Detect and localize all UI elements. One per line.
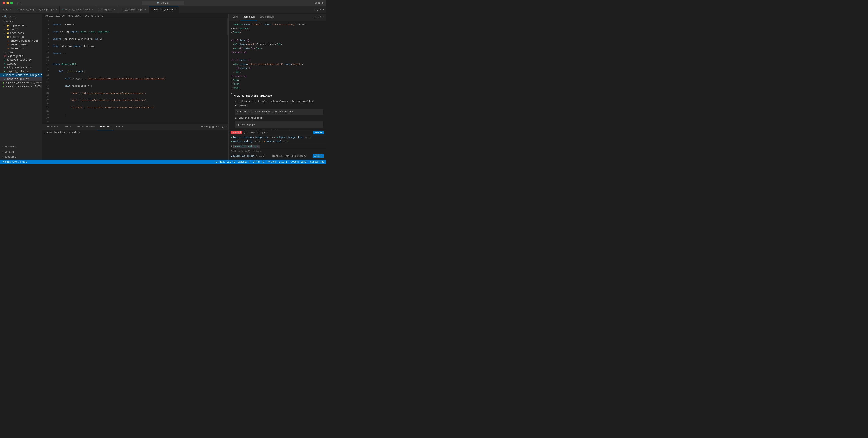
sidebar-item-xlsx1[interactable]: ▦ odpadove_hospodarstvi_00240079_2025012… — [0, 81, 42, 85]
tab-city-analysis[interactable]: city_analysis.py × — [118, 6, 149, 13]
sidebar-item-import-complete-budget[interactable]: ● import_complete_budget.py — [0, 73, 42, 77]
sidebar-item-monitor-api[interactable]: ● monitor_api.py — [0, 77, 42, 81]
branch-icon[interactable]: ⎇ — [8, 15, 11, 18]
maximize-button[interactable] — [10, 2, 13, 4]
split-terminal-icon[interactable]: ⊞ — [209, 125, 211, 129]
html-line: {% endif %} — [231, 51, 247, 54]
tab-bug-finder[interactable]: BUG FINDER — [257, 13, 276, 21]
new-chat-link[interactable]: Start new chat with summary — [272, 155, 306, 157]
status-notifications[interactable]: ⓪ 0 — [23, 160, 27, 164]
tab-close-icon[interactable]: × — [145, 9, 146, 11]
sidebar-item-gitignore[interactable]: ⎔ .gitignore — [0, 54, 42, 58]
tab-close-icon[interactable]: × — [114, 9, 115, 11]
status-line-ending[interactable]: LF — [262, 161, 265, 163]
trash-icon[interactable]: 🗑 — [212, 125, 215, 128]
layout2-icon[interactable]: ▣ — [318, 1, 320, 5]
sidebar-item-import-html[interactable]: ◈ import.html — [0, 43, 42, 47]
close-terminal-icon[interactable]: × — [225, 125, 227, 128]
sidebar-item-env[interactable]: ⚙ .env — [0, 51, 42, 54]
tab-output[interactable]: OUTPUT — [61, 124, 74, 130]
sidebar-item-analyze-waste[interactable]: ● analyze_waste.py — [0, 58, 42, 62]
tab-close-icon[interactable]: × — [56, 9, 57, 11]
sidebar-item-downloads[interactable]: › 📁 downloads — [0, 31, 42, 35]
code-content[interactable]: import requests from typing import Dict,… — [51, 18, 227, 124]
code-editor[interactable]: 12345 678910 1112131415 1617181920 21222… — [42, 18, 228, 124]
status-venv[interactable]: (.venv: venv) — [289, 161, 308, 163]
status-encoding[interactable]: UTF-8 — [253, 161, 260, 163]
tab-problems[interactable]: PROBLEMS — [44, 124, 61, 130]
add-icon[interactable]: + — [231, 145, 232, 148]
py-file-icon: ● — [3, 74, 4, 76]
settings-icon[interactable]: ⚙ — [322, 1, 323, 5]
tab-close-icon[interactable]: × — [175, 9, 176, 11]
sidebar-outline[interactable]: › OUTLINE — [0, 149, 42, 155]
tab-label: city_analysis.py — [121, 8, 143, 11]
sidebar-item-city-analysis[interactable]: ● city_analysis.py — [0, 66, 42, 70]
add-terminal-icon[interactable]: + — [206, 125, 208, 128]
tab-p-py[interactable]: p.py × — [0, 6, 14, 13]
chevron-sidebar-icon[interactable]: ⌄ — [15, 15, 17, 18]
collapse-icon[interactable]: ■ — [231, 92, 232, 96]
layout-sidebar-icon[interactable]: ⊞ — [12, 15, 14, 18]
nav-forward[interactable]: › — [20, 1, 22, 5]
layout-icon[interactable]: ⊞ — [315, 1, 317, 5]
tab-monitor-api[interactable]: ● monitor_api.py × — [149, 6, 179, 13]
close-right-panel-icon[interactable]: × — [322, 16, 324, 19]
status-line-col[interactable]: Ln 102, Col 42 — [215, 161, 235, 163]
status-spaces[interactable]: Spaces: 4 — [238, 161, 250, 163]
sidebar-section-odpady[interactable]: ▾ ODPADY — [0, 19, 42, 24]
more-icon[interactable]: ⌄ — [317, 8, 318, 11]
tab-debug-console[interactable]: DEBUG CONSOLE — [74, 124, 97, 130]
remove-tag-icon[interactable]: × — [257, 145, 259, 148]
sidebar-notepads[interactable]: › NOTEPADS — [0, 144, 42, 149]
tab-gitignore[interactable]: .gitignore × — [96, 6, 118, 13]
add-icon[interactable]: + — [314, 16, 316, 19]
ellipsis-icon[interactable]: ··· — [216, 125, 221, 128]
global-search[interactable]: 🔍 odpady — [142, 1, 184, 5]
composer-input-field[interactable] — [231, 150, 262, 153]
tab-icon: ● — [151, 9, 153, 11]
tab-close-icon[interactable]: × — [92, 9, 93, 11]
tab-chat[interactable]: CHAT — [230, 13, 241, 21]
html-line: <pre>{{ data }}</pre> — [231, 47, 262, 50]
copy-icon[interactable]: ⎘ — [2, 15, 3, 18]
chevron-up-icon[interactable]: ∧ — [222, 125, 224, 129]
run-icon[interactable]: ▷ — [314, 8, 316, 11]
minimap-thumb[interactable] — [227, 18, 228, 35]
tab-import-complete-budget[interactable]: ● import_complete_budget.py × — [14, 6, 60, 13]
tab-composer[interactable]: COMPOSER — [241, 13, 257, 21]
sidebar-item-index-html[interactable]: ◈ index.html — [0, 47, 42, 51]
titlebar-right: ⊞ ▣ ⚙ — [315, 1, 323, 5]
sidebar-item-templates[interactable]: ▾ 📁 templates — [0, 35, 42, 39]
sidebar-item-import-city[interactable]: ● import_city.py — [0, 70, 42, 73]
nav-back[interactable]: ‹ — [16, 1, 18, 5]
status-branch[interactable]: ⎇ main — [2, 161, 10, 163]
status-language[interactable]: Python — [268, 161, 276, 163]
settings-icon[interactable]: ⚙ — [320, 15, 321, 19]
tab-ports[interactable]: PORTS — [114, 124, 126, 130]
sidebar-item-app-py[interactable]: ● app.py — [0, 62, 42, 66]
status-errors[interactable]: ⓪ 0 △ 0 — [12, 160, 21, 164]
history-icon[interactable]: ↺ — [317, 15, 318, 19]
sidebar-item-venv[interactable]: › 📁 .venv — [0, 28, 42, 31]
tab-terminal[interactable]: TERMINAL — [97, 124, 114, 130]
search-sidebar-icon[interactable]: 🔍 — [4, 15, 7, 18]
sidebar-timeline[interactable]: › TIMELINE — [0, 155, 42, 160]
tab-import-budget-html[interactable]: ● import_budget.html × — [60, 6, 96, 13]
tab-close-icon[interactable]: × — [10, 9, 11, 11]
minimize-button[interactable] — [6, 2, 9, 4]
status-python-version[interactable]: 3.13.1 — [279, 161, 287, 163]
sidebar-item-pycache[interactable]: › 📁 __pycache__ — [0, 24, 42, 28]
close-icon[interactable]: × — [274, 136, 275, 139]
sidebar-item-import-budget-html[interactable]: ◈ import_budget.html — [0, 39, 42, 43]
breadcrumb: monitor_api.py › MonitorAPI › get_city_i… — [42, 13, 228, 18]
terminal-content[interactable]: .venv imac@iMac odpady % — [42, 130, 228, 160]
sidebar-item-xlsx2[interactable]: ▦ odpadove_hospodarstvi_20250127.xlsx — [0, 85, 42, 88]
status-cursor-tab[interactable]: Cursor Tab — [310, 161, 324, 163]
submit-button[interactable]: submit ↑ — [313, 154, 324, 158]
save-all-button[interactable]: Save all — [313, 131, 324, 134]
ellipsis-icon[interactable]: ··· — [320, 8, 324, 11]
folder-icon: 📁 — [6, 32, 9, 35]
close-button[interactable] — [3, 2, 5, 4]
model-selector[interactable]: ◉ claude-3.5-sonnet 🖼 image — [231, 155, 265, 157]
